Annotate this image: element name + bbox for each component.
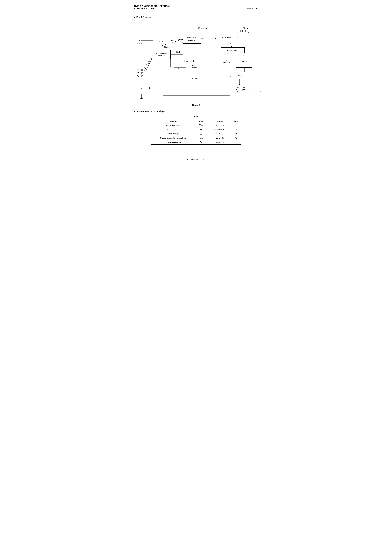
table-row: Input voltageVIN-0.3 to VCC+0.3V (151, 127, 241, 132)
page-header: CMOS 2-WIRE SERIAL EEPROM S-24C01A/02A/0… (134, 5, 258, 11)
table-row: Storage temperatureTstg-65 to +150°C (151, 140, 241, 144)
header-rev: Rev. 2.2_30 (247, 7, 258, 10)
header-line1: CMOS 2-WIRE SERIAL EEPROM (134, 5, 258, 7)
ratings-heading: Absolute Maximum Ratings (134, 110, 258, 113)
eeprom-block: EEPROM (236, 56, 252, 67)
svg-text:TEST/WP*: TEST/WP* (200, 27, 209, 29)
svg-text:A2: A2 (137, 69, 139, 71)
svg-text:COMP: COMP (176, 51, 180, 53)
svg-text:A0: A0 (137, 75, 139, 77)
col-unit: Unit (231, 119, 241, 123)
svg-line-45 (143, 56, 153, 73)
svg-line-42 (143, 55, 153, 70)
svg-text:D: D (159, 95, 160, 96)
table-row: Power supply voltageVCC-0.3 to +7.0V (151, 123, 241, 127)
svg-text:D: D (149, 87, 150, 89)
svg-text:GND: GND (240, 30, 243, 32)
svg-rect-23 (245, 30, 246, 32)
svg-text:LOAD: LOAD (184, 60, 189, 62)
header-line2: S-24C01A/02A/04A (134, 7, 155, 10)
data-register-block: Data Register (221, 47, 245, 53)
svg-rect-47 (142, 76, 143, 77)
svg-text:CC: CC (241, 28, 243, 29)
svg-line-10 (170, 39, 183, 41)
svg-text:R / W: R / W (175, 67, 179, 69)
svg-text:SDA: SDA (137, 43, 140, 44)
address-counter-block: AddressCounter (186, 62, 202, 71)
figure-caption: Figure 2 (134, 104, 258, 106)
table-header-row: Parameter Symbol Ratings Unit (151, 119, 241, 123)
col-ratings: Ratings (208, 119, 231, 123)
svg-text:IN: IN (150, 88, 151, 89)
svg-text:LOAD: LOAD (164, 46, 168, 48)
ratings-table: Parameter Symbol Ratings Unit Power supp… (151, 119, 241, 145)
table-caption: Table 2 (134, 115, 258, 118)
y-decoder-block: Y Decoder (185, 75, 202, 81)
svg-rect-4 (140, 43, 142, 44)
serial-clock-block: Serial ClockController (183, 34, 201, 44)
svg-rect-19 (243, 28, 245, 29)
svg-line-13 (201, 38, 216, 38)
page-footer: 2 Seiko Instruments Inc. (134, 157, 258, 161)
svg-line-48 (143, 58, 153, 76)
data-output-block: Data OutputACK OutputController (230, 85, 251, 95)
svg-text:SCL: SCL (137, 39, 140, 41)
svg-text:A1: A1 (137, 72, 139, 74)
svg-marker-21 (247, 27, 248, 29)
svg-rect-58 (140, 88, 142, 89)
svg-rect-1 (140, 40, 142, 41)
col-symbol: Symbol (194, 119, 208, 123)
high-voltage-block: High-Voltage Generator (216, 34, 245, 40)
svg-rect-44 (142, 73, 143, 74)
company-name: Seiko Instruments Inc. (187, 158, 207, 161)
svg-rect-41 (142, 69, 143, 71)
table-row: Storage temperature under biasTbias-50 t… (151, 136, 241, 140)
ratings-body: Power supply voltageVCC-0.3 to +7.0VInpu… (151, 123, 241, 145)
block-diagram-heading: Block Diagram (134, 16, 258, 18)
svg-rect-14 (199, 28, 200, 29)
page-number: 2 (134, 158, 135, 161)
x-decoder-block: XDecoder (221, 57, 233, 66)
block-diagram: SCL SDA TEST/WP* V CC GND (134, 21, 261, 102)
svg-text:V: V (240, 27, 241, 29)
svg-text:OUT: OUT (160, 95, 163, 97)
selector-block: Selector (231, 72, 247, 78)
svg-text:INC: INC (191, 60, 194, 62)
device-addr-block: Device AddressComparator (153, 50, 171, 59)
start-stop-block: Start/StopDetector (153, 36, 170, 44)
svg-line-29 (230, 41, 232, 48)
col-parameter: Parameter (151, 119, 194, 123)
table-row: Output voltageVOUT-0.3 to VCCV (151, 132, 241, 136)
